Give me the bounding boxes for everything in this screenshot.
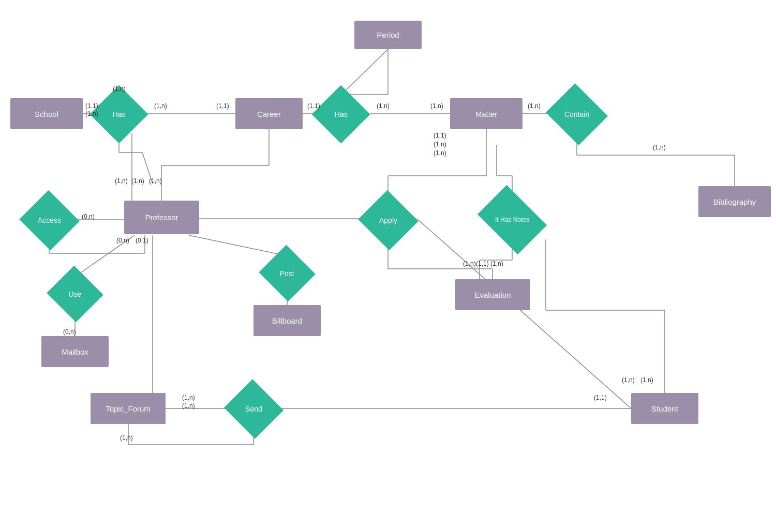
label-has1-prof-1: (1,n) xyxy=(115,177,128,185)
label-has1-top: (1,n) xyxy=(113,85,126,93)
label-eval-1: (1,n) xyxy=(463,260,476,267)
label-mailbox: (0,n) xyxy=(63,328,76,336)
label-career-has1: (1,1) xyxy=(216,102,229,110)
entity-career: Career xyxy=(235,98,303,129)
relation-send: Send xyxy=(228,390,279,428)
label-access-prof: (0,n) xyxy=(82,213,95,220)
connection-lines xyxy=(0,0,776,532)
entity-student: Student xyxy=(631,393,698,424)
relation-has1: Has xyxy=(91,95,147,133)
relation-it-has-notes: It Has Notes xyxy=(477,199,547,240)
entity-bibliography: Bibliography xyxy=(698,186,771,217)
relation-access: Access xyxy=(21,201,78,239)
relation-apply: Apply xyxy=(360,201,416,239)
relation-contain: Contain xyxy=(548,95,605,133)
label-has2-matter-1: (1,n) xyxy=(377,102,390,110)
diagram-container: Period School Career Matter Professor Ev… xyxy=(0,0,776,532)
label-matter-notes: (1,n) xyxy=(434,149,446,157)
entity-school: School xyxy=(10,98,83,129)
label-school-has1-2: (1,n) xyxy=(85,110,98,117)
label-eval-2: (1,1) xyxy=(476,260,489,267)
relation-post: Post xyxy=(261,255,313,291)
label-send-forum-1: (1,n) xyxy=(182,394,195,401)
label-student-2: (1,n) xyxy=(640,376,653,384)
label-prof-access-2: (0,1) xyxy=(136,237,148,244)
svg-line-11 xyxy=(341,49,388,95)
label-matter-has2: (1,n) xyxy=(430,102,443,110)
label-has1-prof-2: (1,n) xyxy=(131,177,144,185)
relation-use: Use xyxy=(49,276,101,312)
entity-professor: Professor xyxy=(124,201,199,234)
label-forum-bottom: (1,n) xyxy=(120,434,133,442)
label-has1-career-1: (1,n) xyxy=(154,102,167,110)
label-send-student: (1,1) xyxy=(594,394,607,401)
entity-topic-forum: Topic_Forum xyxy=(91,393,166,424)
label-school-has1-1: (1,1) xyxy=(85,102,98,110)
label-student-1: (1,n) xyxy=(622,376,635,384)
label-has1-prof-3: (1,n) xyxy=(149,177,162,185)
label-matter-apply-2: (1,n) xyxy=(434,141,446,148)
relation-has2: Has xyxy=(312,95,369,133)
label-career-has2: (1,1) xyxy=(307,102,320,110)
label-prof-access-1: (0,n) xyxy=(116,237,129,244)
label-eval-3: (1,n) xyxy=(490,260,503,267)
entity-billboard: Billboard xyxy=(253,305,321,336)
entity-period: Period xyxy=(354,21,422,49)
entity-evaluation: Evaluation xyxy=(455,279,530,310)
entity-mailbox: Mailbox xyxy=(41,336,109,367)
entity-matter: Matter xyxy=(450,98,523,129)
label-contain-biblio: (1,n) xyxy=(653,144,666,151)
label-matter-apply-1: (1,1) xyxy=(434,132,446,139)
label-send-forum-2: (1,n) xyxy=(182,402,195,409)
svg-line-40 xyxy=(189,235,287,256)
label-matter-contain: (1,n) xyxy=(528,102,541,110)
